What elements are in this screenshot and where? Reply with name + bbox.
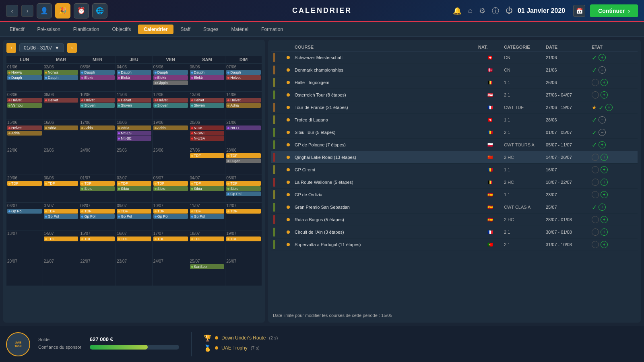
cal-cell[interactable]: 11/06HelvetSloven <box>116 92 152 119</box>
cal-cell[interactable]: 26/07 <box>225 258 262 286</box>
cal-cell[interactable]: 16/06Adria <box>43 119 79 147</box>
cal-cell[interactable]: 21/06Ntt-IT <box>225 119 262 147</box>
check-icon[interactable]: ✓ <box>592 204 597 211</box>
event-bar[interactable]: Ntt-IT <box>226 125 261 130</box>
event-bar[interactable]: Helvet <box>7 98 42 103</box>
event-bar[interactable]: TDF <box>44 237 78 241</box>
race-row[interactable]: GP de Pologne (7 étapes)🇵🇱CWT TOURS A05/… <box>271 139 638 151</box>
event-bar[interactable]: N-DK <box>190 125 225 130</box>
event-bar[interactable]: TDF <box>226 209 261 214</box>
cal-cell[interactable]: 23/07 <box>116 258 152 286</box>
race-row[interactable]: Schweizer Meisterschaft🇨🇭CN21/06✓+ <box>271 51 638 64</box>
event-bar[interactable]: Elektr <box>117 75 151 80</box>
event-bar[interactable]: Helvet <box>153 98 188 103</box>
cal-cell[interactable]: 13/06HelvetSloven <box>189 92 225 119</box>
event-bar[interactable]: Sibiu <box>226 186 261 191</box>
add-button[interactable]: + <box>601 228 608 236</box>
tab-materiel[interactable]: Matériel <box>225 25 254 34</box>
event-bar[interactable]: Gippin <box>153 80 188 85</box>
event-bar[interactable]: Dauph <box>7 75 42 80</box>
add-button[interactable]: + <box>599 54 606 61</box>
event-bar[interactable]: TDF <box>226 181 261 186</box>
cal-cell[interactable]: 19/07TDF <box>225 230 262 258</box>
cal-cell[interactable]: 25/07SanSeb <box>189 258 225 286</box>
remove-button[interactable]: − <box>599 66 606 74</box>
check-icon[interactable]: ✓ <box>599 104 604 111</box>
check-icon[interactable]: ✓ <box>592 129 597 136</box>
cal-prev-button[interactable]: ‹ <box>6 43 16 53</box>
cal-cell[interactable]: 27/06TDF <box>189 147 225 175</box>
cal-cell[interactable]: 09/07TDFGp Pol <box>116 203 152 230</box>
event-bar[interactable]: Gp Pol <box>226 191 261 196</box>
cal-cell[interactable]: 22/06 <box>6 147 43 175</box>
event-bar[interactable]: Helvet <box>44 98 78 103</box>
calendar-icon[interactable]: 📅 <box>573 5 585 17</box>
clock-icon[interactable]: ⏰ <box>74 3 89 19</box>
event-bar[interactable]: Elektr <box>153 75 188 80</box>
star-icon[interactable]: ★ <box>592 104 597 111</box>
event-bar[interactable]: Adria <box>153 125 188 130</box>
race-row[interactable]: Trofeo di Lugano🇨🇭1.128/06✓− <box>271 114 638 126</box>
event-bar[interactable]: Dauph <box>190 70 225 75</box>
event-bar[interactable]: TDF <box>80 237 115 241</box>
cal-cell[interactable]: 01/07TDFSibiu <box>79 175 116 202</box>
event-bar[interactable]: TDF <box>226 237 261 241</box>
event-bar[interactable]: Adria <box>117 125 151 130</box>
event-bar[interactable]: N-SWI <box>190 131 225 136</box>
event-bar[interactable]: TDF <box>153 237 188 241</box>
forward-button[interactable]: › <box>21 5 33 17</box>
cal-cell[interactable]: 14/07TDF <box>43 230 79 258</box>
upcoming-race-item[interactable]: 🥇UAE Trophy(7 s) <box>204 344 638 352</box>
tab-stages[interactable]: Stages <box>198 25 224 34</box>
event-bar[interactable]: Adria <box>226 103 261 108</box>
add-button[interactable]: + <box>599 204 606 211</box>
event-bar[interactable]: Helvet <box>7 125 42 130</box>
race-row[interactable]: Circuit de l'Ain (3 étapes)🇫🇷2.130/07 - … <box>271 226 638 239</box>
event-bar[interactable]: TDF <box>190 237 225 241</box>
event-bar[interactable]: Dauph <box>226 70 261 75</box>
event-bar[interactable]: Gp Pol <box>44 214 78 219</box>
continue-button[interactable]: Continuer › <box>590 4 638 17</box>
race-row[interactable]: Ruta a Burgos (5 étapes)🇪🇸2.HC28/07 - 01… <box>271 214 638 226</box>
cal-cell[interactable]: 02/06NorwaDauph <box>43 64 79 91</box>
race-row[interactable]: Gran Premio San Sebastian🇪🇸CWT CLAS A25/… <box>271 201 638 214</box>
event-bar[interactable]: Sibiu <box>117 186 151 191</box>
event-bar[interactable]: TDF <box>190 181 225 186</box>
event-bar[interactable]: TDF <box>117 209 151 214</box>
cycling-icon[interactable]: 🎉 <box>55 3 70 19</box>
add-button[interactable]: + <box>601 216 608 223</box>
cal-cell[interactable]: 30/06TDF <box>43 175 79 202</box>
race-row[interactable]: Sibiu Tour (5 étapes)🇷🇴2.101/07 - 05/07✓… <box>271 126 638 139</box>
event-bar[interactable]: Sloven <box>153 103 188 108</box>
race-row[interactable]: Osterreich Tour (8 étapes)🇦🇹2.127/06 - 0… <box>271 89 638 101</box>
event-bar[interactable]: Ntt-ES <box>117 131 151 136</box>
add-button[interactable]: + <box>601 166 608 173</box>
event-bar[interactable]: TDF <box>80 209 115 214</box>
bell-icon[interactable]: 🔔 <box>453 6 462 15</box>
cal-cell[interactable]: 21/07 <box>43 258 79 286</box>
event-bar[interactable]: Ntt-BE <box>117 136 151 141</box>
event-bar[interactable]: TDF <box>153 209 188 214</box>
event-bar[interactable]: Gp Pol <box>117 214 151 219</box>
globe-icon[interactable]: 🌐 <box>92 3 107 19</box>
cal-cell[interactable]: 26/06 <box>153 147 189 175</box>
cal-cell[interactable]: 29/06TDF <box>6 175 43 202</box>
race-row[interactable]: GP de Ordizia🇪🇸1.123/07+ <box>271 189 638 201</box>
cal-cell[interactable]: 23/06 <box>43 147 79 175</box>
race-row[interactable]: GP Ciremi🇷🇴1.116/07+ <box>271 164 638 176</box>
add-button[interactable]: + <box>601 79 608 86</box>
cal-cell[interactable]: 10/06HelvetSloven <box>79 92 116 119</box>
event-bar[interactable]: Sibiu <box>80 186 115 191</box>
cal-period-selector[interactable]: 01/06 - 31/07 ▼ <box>19 43 64 52</box>
cal-cell[interactable]: 16/07TDF <box>116 230 152 258</box>
cal-cell[interactable]: 05/07TDFSibiuGp Pol <box>225 175 262 202</box>
cal-cell[interactable]: 20/06N-DKN-SWIN-USA <box>189 119 225 147</box>
cal-next-button[interactable]: › <box>67 43 77 53</box>
event-bar[interactable]: Adria <box>7 131 42 136</box>
event-bar[interactable]: Norwa <box>7 70 42 75</box>
cal-cell[interactable]: 10/07TDFGp Pol <box>153 203 189 230</box>
power-icon[interactable]: ⏻ <box>506 6 513 15</box>
event-bar[interactable]: Adria <box>80 125 115 130</box>
cal-cell[interactable]: 06/06DauphElektr <box>189 64 225 91</box>
cal-cell[interactable]: 22/07 <box>79 258 116 286</box>
